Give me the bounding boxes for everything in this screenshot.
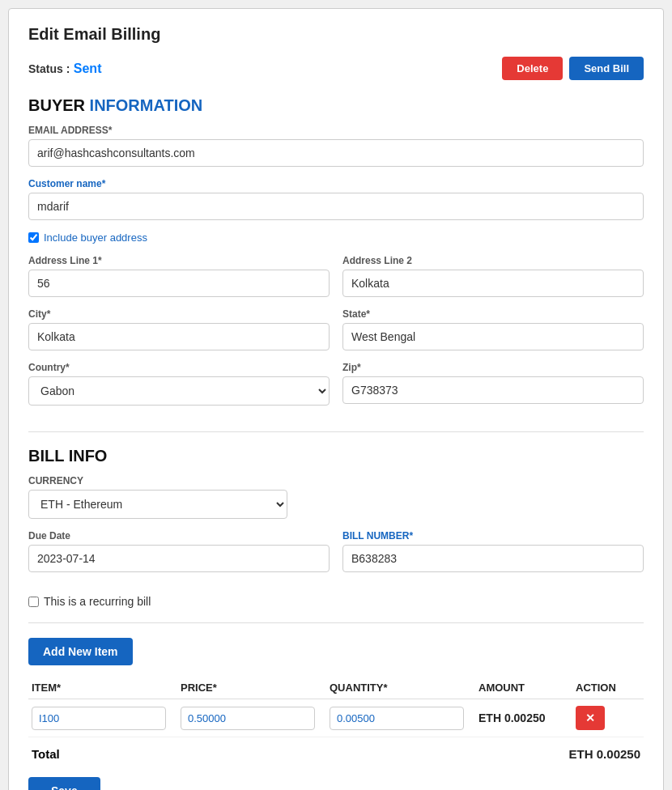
status-label: Status : [28, 62, 70, 75]
due-date-field-group: Due Date [28, 530, 330, 572]
send-bill-button[interactable]: Send Bill [569, 57, 644, 80]
table-row: ETH 0.00250 ✕ [28, 699, 644, 737]
action-buttons: Delete Send Bill [502, 57, 644, 80]
country-label: Country* [28, 362, 330, 373]
item-cell [32, 707, 181, 730]
email-input[interactable] [28, 139, 644, 167]
total-row: Total ETH 0.00250 [28, 737, 644, 766]
city-state-row: City* State* [28, 308, 644, 362]
state-input[interactable] [342, 323, 644, 350]
section-divider [28, 431, 644, 432]
status-value: Sent [74, 62, 102, 75]
delete-row-button[interactable]: ✕ [576, 706, 605, 730]
add-new-item-button[interactable]: Add New Item [28, 638, 133, 665]
action-cell: ✕ [576, 706, 640, 730]
due-date-label: Due Date [28, 530, 330, 542]
col-header-quantity: QUANTITY* [330, 682, 478, 694]
total-amount: ETH 0.00250 [569, 747, 640, 761]
address-line2-group: Address Line 2 [342, 255, 644, 297]
total-label: Total [32, 747, 60, 761]
col-header-item: ITEM* [32, 682, 181, 694]
zip-label: Zip* [342, 362, 644, 373]
recurring-label[interactable]: This is a recurring bill [44, 595, 151, 608]
address-line2-input[interactable] [342, 270, 644, 297]
delete-button[interactable]: Delete [502, 57, 563, 80]
amount-cell: ETH 0.00250 [478, 711, 576, 724]
include-address-label[interactable]: Include buyer address [44, 231, 147, 244]
table-header: ITEM* PRICE* QUANTITY* AMOUNT ACTION [28, 677, 644, 699]
price-input[interactable] [181, 707, 315, 730]
city-field-group: City* [28, 308, 330, 350]
address-line1-group: Address Line 1* [28, 255, 330, 297]
email-field-group: EMAIL ADDRESS* [28, 125, 644, 167]
col-header-action: ACTION [576, 682, 640, 694]
country-select[interactable]: Gabon [28, 376, 330, 406]
item-input[interactable] [32, 707, 166, 730]
address-line1-label: Address Line 1* [28, 255, 330, 266]
country-zip-row: Country* Gabon Zip* [28, 362, 644, 417]
status-row: Status : Sent Delete Send Bill [28, 57, 644, 80]
city-input[interactable] [28, 323, 330, 350]
customer-name-label: Customer name* [28, 178, 644, 189]
currency-label: CURRENCY [28, 475, 644, 486]
buyer-section-title: BUYER INFORMATION [28, 96, 644, 115]
due-date-input[interactable] [28, 545, 330, 572]
state-field-group: State* [342, 308, 644, 350]
currency-field-group: CURRENCY ETH - Ethereum [28, 475, 644, 519]
bill-number-field-group: BILL NUMBER* [342, 530, 644, 572]
edit-email-billing-card: Edit Email Billing Status : Sent Delete … [8, 8, 664, 790]
page-title: Edit Email Billing [28, 25, 644, 44]
country-field-group: Country* Gabon [28, 362, 330, 406]
price-cell [181, 707, 330, 730]
address-line1-input[interactable] [28, 270, 330, 297]
address-line2-label: Address Line 2 [342, 255, 644, 266]
bill-number-input[interactable] [342, 545, 644, 572]
items-divider [28, 622, 644, 623]
include-address-checkbox[interactable] [28, 232, 39, 243]
currency-select[interactable]: ETH - Ethereum [28, 490, 287, 519]
recurring-checkbox[interactable] [28, 597, 39, 607]
quantity-cell [330, 707, 478, 730]
zip-input[interactable] [342, 376, 644, 404]
quantity-input[interactable] [330, 707, 464, 730]
col-header-price: PRICE* [181, 682, 330, 694]
customer-name-field-group: Customer name* [28, 178, 644, 220]
include-address-row: Include buyer address [28, 231, 644, 244]
col-header-amount: AMOUNT [478, 682, 576, 694]
status-display: Status : Sent [28, 62, 101, 76]
due-date-bill-number-row: Due Date BILL NUMBER* [28, 530, 644, 584]
save-button[interactable]: Save [28, 777, 100, 790]
state-label: State* [342, 308, 644, 320]
address-row: Address Line 1* Address Line 2 [28, 255, 644, 308]
bill-number-label: BILL NUMBER* [342, 530, 644, 542]
bill-section-title: BILL INFO [28, 447, 644, 465]
email-label: EMAIL ADDRESS* [28, 125, 644, 136]
customer-name-input[interactable] [28, 193, 644, 220]
recurring-row: This is a recurring bill [28, 595, 644, 608]
zip-field-group: Zip* [342, 362, 644, 406]
city-label: City* [28, 308, 330, 320]
